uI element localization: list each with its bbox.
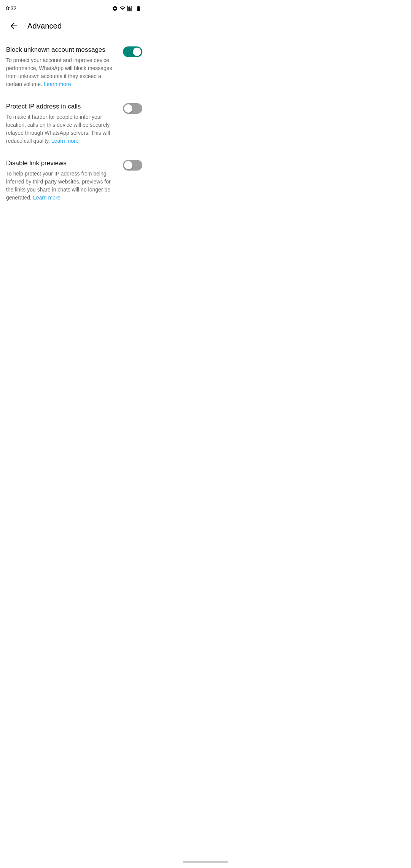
setting-disable-link-previews-text: Disable link previews To help protect yo… — [6, 159, 117, 202]
setting-block-unknown-text: Block unknown account messages To protec… — [6, 46, 117, 88]
block-unknown-toggle[interactable] — [123, 46, 142, 57]
settings-content: Block unknown account messages To protec… — [0, 37, 148, 212]
status-icons — [112, 5, 142, 11]
block-unknown-learn-more-link[interactable]: Learn more — [44, 81, 71, 87]
protect-ip-toggle[interactable] — [123, 103, 142, 114]
protect-ip-toggle-thumb — [124, 104, 132, 113]
setting-disable-link-previews[interactable]: Disable link previews To help protect yo… — [0, 153, 148, 209]
page-title: Advanced — [27, 22, 62, 30]
app-bar: Advanced — [0, 15, 148, 37]
disable-link-previews-toggle[interactable] — [123, 160, 142, 171]
wifi-icon — [119, 5, 126, 11]
protect-ip-learn-more-link[interactable]: Learn more — [51, 138, 79, 144]
signal-icon — [127, 5, 133, 11]
setting-block-unknown[interactable]: Block unknown account messages To protec… — [0, 40, 148, 96]
battery-icon — [135, 5, 142, 11]
back-button[interactable] — [6, 18, 21, 34]
setting-protect-ip-text: Protect IP address in calls To make it h… — [6, 102, 117, 145]
protect-ip-toggle-container — [123, 102, 142, 114]
block-unknown-toggle-container — [123, 46, 142, 57]
status-time: 8:32 — [6, 5, 16, 11]
setting-disable-link-previews-description: To help protect your IP address from bei… — [6, 170, 117, 202]
back-arrow-icon — [9, 21, 18, 30]
disable-link-previews-toggle-container — [123, 159, 142, 171]
setting-protect-ip-description: To make it harder for people to infer yo… — [6, 113, 117, 145]
block-unknown-toggle-thumb — [133, 48, 141, 56]
status-bar: 8:32 — [0, 0, 148, 15]
setting-disable-link-previews-title: Disable link previews — [6, 159, 117, 168]
setting-protect-ip-title: Protect IP address in calls — [6, 102, 117, 111]
settings-status-icon — [112, 5, 118, 11]
setting-block-unknown-description: To protect your account and improve devi… — [6, 56, 117, 88]
disable-link-previews-learn-more-link[interactable]: Learn more — [33, 195, 61, 201]
setting-block-unknown-title: Block unknown account messages — [6, 46, 117, 54]
setting-protect-ip[interactable]: Protect IP address in calls To make it h… — [0, 96, 148, 153]
